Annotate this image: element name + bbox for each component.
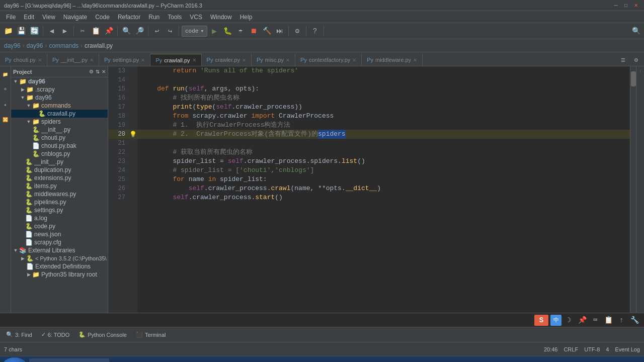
tree-item-scrapy-cfg[interactable]: 📄 scrapy.cfg xyxy=(11,238,108,246)
tree-item-day96-root[interactable]: ▼ 📁 day96 xyxy=(11,77,108,85)
todo-panel-button[interactable]: ✓ 6: TODO xyxy=(37,330,74,339)
vcs-button[interactable]: ⚙ xyxy=(291,25,303,37)
run-button[interactable]: ▶ xyxy=(208,25,220,37)
structure-panel-button[interactable]: ≡ xyxy=(0,83,12,96)
tree-item-crawlall[interactable]: 🐍 crawlall.py xyxy=(11,110,108,118)
tab-crawlall-py[interactable]: Py crawlall.py ✕ xyxy=(150,54,201,66)
tree-item-alog[interactable]: 📄 a.log xyxy=(11,214,108,222)
arrow-icon[interactable]: ↑ xyxy=(616,315,627,326)
tab-close-misc[interactable]: ✕ xyxy=(286,57,290,63)
tab-close-init[interactable]: ✕ xyxy=(90,57,94,63)
menu-edit[interactable]: Edit xyxy=(20,13,38,22)
tab-close-crawler[interactable]: ✕ xyxy=(242,57,246,63)
menu-navigate[interactable]: Navigate xyxy=(59,13,91,22)
code-content[interactable]: return 'Runs all of the spiders' def run… xyxy=(137,66,630,313)
tree-item-code[interactable]: 🐍 code.py xyxy=(11,222,108,230)
tree-item-spiders[interactable]: ▼ 📁 spiders xyxy=(11,118,108,126)
help-button[interactable]: ? xyxy=(309,25,321,37)
tab-init-py[interactable]: Py __init__.py ✕ xyxy=(47,54,99,66)
tree-item-scrapy[interactable]: ▶ 📁 .scrapy xyxy=(11,85,108,94)
tree-item-chouti[interactable]: 🐍 chouti.py xyxy=(11,134,108,142)
back-button[interactable]: ◀ xyxy=(46,25,58,37)
tree-item-cnblogs[interactable]: 🐍 cnblogs.py xyxy=(11,150,108,158)
moon-icon[interactable]: ☽ xyxy=(564,315,575,326)
tree-item-commands[interactable]: ▼ 📁 commands xyxy=(11,102,108,110)
tab-middleware-py[interactable]: Py middleware.py ✕ xyxy=(362,54,423,66)
start-button[interactable]: ⊞ xyxy=(2,357,27,363)
menu-code[interactable]: Code xyxy=(91,13,114,22)
menu-vcs[interactable]: VCS xyxy=(186,13,206,22)
tab-contextfactory-py[interactable]: Py contextfactory.py ✕ xyxy=(295,54,362,66)
clipboard-icon[interactable]: 📋 xyxy=(603,315,614,326)
tree-item-news[interactable]: 📄 news.json xyxy=(11,230,108,238)
save-button[interactable]: 💾 xyxy=(15,25,27,37)
build-button[interactable]: 🔨 xyxy=(261,25,273,37)
status-crlf[interactable]: CRLF xyxy=(564,346,578,352)
close-button[interactable]: ✕ xyxy=(632,2,640,10)
breadcrumb-day96[interactable]: day96 xyxy=(27,42,43,49)
debug-button[interactable]: 🐛 xyxy=(221,25,233,37)
lightbulb-icon[interactable]: 💡 xyxy=(129,131,137,138)
chinese-input-icon[interactable]: 中 xyxy=(550,315,561,326)
breadcrumb-root[interactable]: day96 xyxy=(4,42,21,49)
copy-button[interactable]: 📋 xyxy=(90,25,102,37)
tabs-overflow-button[interactable]: ☰ xyxy=(617,54,629,66)
tab-settings-py[interactable]: Py settings.py ✕ xyxy=(99,54,150,66)
find-usages-button[interactable]: 🔎 xyxy=(133,25,145,37)
python-console-button[interactable]: 🐍 Python Console xyxy=(74,330,131,339)
paste-button[interactable]: 📌 xyxy=(103,25,115,37)
maximize-button[interactable]: □ xyxy=(622,2,630,10)
search-everywhere-button[interactable]: 🔍 xyxy=(630,25,642,37)
right-panel-icon-1[interactable]: | xyxy=(639,68,641,73)
tab-misc-py[interactable]: Py misc.py ✕ xyxy=(252,54,295,66)
tab-close-contextfactory[interactable]: ✕ xyxy=(352,57,356,63)
run-config-combo[interactable]: code ▾ xyxy=(182,26,207,37)
tree-item-extensions[interactable]: 🐍 extensions.py xyxy=(11,174,108,182)
project-view-button[interactable]: 📁 xyxy=(2,25,14,37)
tree-item-external-libs[interactable]: ▼ 📚 External Libraries xyxy=(11,246,108,254)
undo-button[interactable]: ↩ xyxy=(151,25,163,37)
tree-item-extended-defs[interactable]: 📄 Extended Definitions xyxy=(11,262,108,270)
tree-item-python35-lib[interactable]: ▶ 📁 Python35 library root xyxy=(11,270,108,279)
event-log-button[interactable]: Event Log xyxy=(615,346,640,352)
tab-close-chouti[interactable]: ✕ xyxy=(38,57,42,63)
project-panel-button[interactable]: 📁 xyxy=(0,68,12,80)
tab-close-settings[interactable]: ✕ xyxy=(141,57,145,63)
wrench-icon[interactable]: 🔧 xyxy=(629,315,640,326)
keyboard-icon[interactable]: ⌨ xyxy=(590,315,601,326)
scrapy-icon[interactable]: S xyxy=(534,315,548,326)
menu-tools[interactable]: Tools xyxy=(164,13,186,22)
menu-window[interactable]: Window xyxy=(206,13,236,22)
tab-close-crawlall[interactable]: ✕ xyxy=(192,57,196,63)
menu-run[interactable]: Run xyxy=(144,13,164,22)
favorites-panel-button[interactable]: ★ xyxy=(0,99,12,111)
vertical-scrollbar[interactable] xyxy=(630,66,636,313)
vcs-panel-button[interactable]: 🔀 xyxy=(0,114,12,126)
tree-item-spiders-init[interactable]: 🐍 __init__.py xyxy=(11,126,108,134)
menu-file[interactable]: File xyxy=(2,13,20,22)
tree-item-pipelines[interactable]: 🐍 pipelines.py xyxy=(11,198,108,206)
tree-item-middlewares[interactable]: 🐍 middlewares.py xyxy=(11,190,108,198)
tree-item-python352[interactable]: ▶ 🐍 < Python 3.5.2 (C:\Python35\ xyxy=(11,254,108,262)
sidebar-close-icon[interactable]: ✕ xyxy=(102,69,106,74)
cut-button[interactable]: ✂ xyxy=(76,25,89,37)
tree-item-duplication[interactable]: 🐍 duplication.py xyxy=(11,166,108,174)
menu-view[interactable]: View xyxy=(38,13,59,22)
stop-button[interactable]: ⏹ xyxy=(248,25,260,37)
redo-button[interactable]: ↪ xyxy=(164,25,176,37)
tree-item-settings[interactable]: 🐍 settings.py xyxy=(11,206,108,214)
sidebar-expand-icon[interactable]: ⇅ xyxy=(96,69,100,74)
tree-item-chouti-bak[interactable]: 📄 chouti.py.bak xyxy=(11,142,108,150)
find-panel-button[interactable]: 🔍 3: Find xyxy=(2,330,36,339)
tab-crawler-py[interactable]: Py crawler.py ✕ xyxy=(202,54,252,66)
sidebar-settings-icon[interactable]: ⚙ xyxy=(89,69,94,74)
terminal-button[interactable]: ⬛ Terminal xyxy=(132,330,170,339)
tree-item-day96-init[interactable]: 🐍 __init__.py xyxy=(11,158,108,166)
step-button[interactable]: ⏭ xyxy=(274,25,286,37)
forward-button[interactable]: ▶ xyxy=(59,25,71,37)
breadcrumb-file[interactable]: crawlall.py xyxy=(85,42,113,49)
tree-item-day96[interactable]: ▼ 📁 day96 xyxy=(11,94,108,102)
pin-icon[interactable]: 📌 xyxy=(577,315,588,326)
tree-item-items[interactable]: 🐍 items.py xyxy=(11,182,108,190)
status-encoding[interactable]: UTF-8 xyxy=(584,346,600,352)
